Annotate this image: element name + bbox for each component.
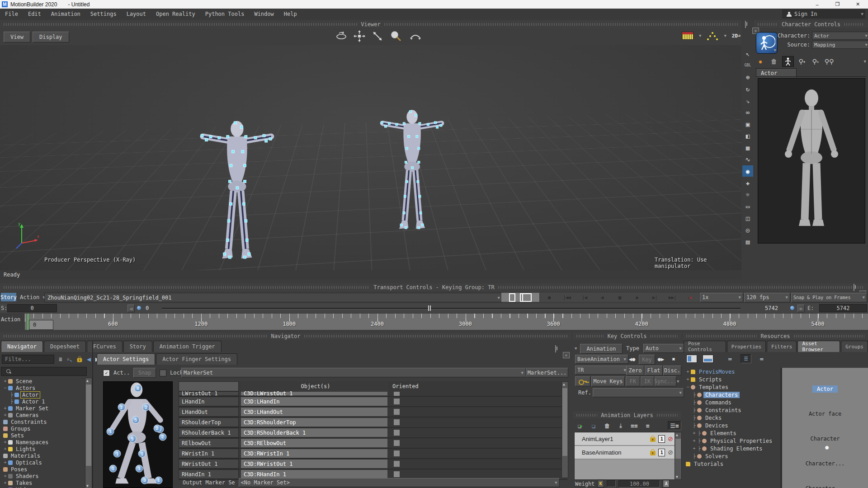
tree-item[interactable]: + Marker Set: [1, 405, 84, 412]
tree-item-label[interactable]: Poses: [9, 466, 28, 473]
pin-rotate-icon[interactable]: ⚲↻: [810, 56, 821, 66]
asset-tree-label[interactable]: Solvers: [703, 453, 730, 460]
markerset-row[interactable]: RShoulderBack 1 C3D:RShoulderBack 1: [179, 428, 567, 438]
tree-item-label[interactable]: Lights: [14, 446, 37, 452]
asset-tree-label[interactable]: Decks: [703, 415, 723, 421]
expand-toggle[interactable]: +: [692, 446, 697, 451]
name-column-header[interactable]: [179, 381, 239, 391]
asset-tree-item[interactable]: + ├ Shading Elements: [684, 445, 779, 452]
split-horizontal-icon[interactable]: [703, 355, 713, 363]
weight-key-button[interactable]: K: [597, 480, 604, 488]
asset-tree-item[interactable]: + ├ Elements: [684, 429, 779, 437]
step-forward-button[interactable]: ▶|: [646, 293, 664, 302]
marker-count-badge[interactable]: 2: [159, 433, 166, 441]
filter-input[interactable]: Filte...: [2, 355, 54, 364]
stack-layers-icon[interactable]: ≡≡: [629, 422, 639, 430]
animation-layer-row[interactable]: AnimLayer1 1 ⊘: [575, 432, 675, 446]
tree-item[interactable]: Poses: [1, 466, 84, 473]
markerset-row[interactable]: LHandIn C3D:LHandIn: [179, 397, 567, 407]
oriented-checkbox[interactable]: [393, 391, 400, 397]
resources-tab[interactable]: Properties: [727, 341, 766, 352]
expand-toggle[interactable]: +: [3, 406, 8, 411]
asset-tree-label[interactable]: Characters: [703, 392, 740, 398]
expand-toggle[interactable]: +: [3, 474, 8, 479]
detail-view-icon[interactable]: ≕: [757, 355, 767, 363]
settings-tab[interactable]: Actor Finger Settings: [156, 353, 237, 365]
asset-tree-item[interactable]: + PrevisMoves: [684, 368, 779, 375]
oriented-checkbox[interactable]: [393, 398, 400, 405]
menu-item[interactable]: Animation: [46, 11, 85, 17]
actor-characters[interactable]: [167, 99, 520, 270]
navigator-float-icon[interactable]: [555, 345, 556, 352]
nav-back-icon[interactable]: ◀: [87, 355, 91, 363]
pin-options-dropdown-icon[interactable]: ▼: [864, 59, 866, 64]
scene-tree-scrollbar[interactable]: ▲ ▼: [85, 378, 92, 488]
asset-tree-label[interactable]: Physical Properties: [708, 438, 774, 444]
marker-count-badge[interactable]: 1: [136, 465, 143, 472]
favorite-icon[interactable]: ☆↖: [66, 356, 72, 363]
marker-count-badge[interactable]: 1: [107, 427, 114, 435]
layers-scrollbar[interactable]: ▲ ▼: [675, 432, 682, 480]
marker-count-badge[interactable]: 2: [142, 404, 150, 411]
marker-object-cell[interactable]: C3D:RWristIn 1: [241, 449, 388, 458]
navigator-tab[interactable]: Story: [123, 341, 152, 352]
flatten-layers-icon[interactable]: ≡: [643, 422, 653, 430]
eye-tool-icon[interactable]: ◎: [742, 224, 753, 235]
transport-float-icon[interactable]: [854, 284, 854, 291]
marker-count-badge[interactable]: 2: [118, 404, 125, 411]
tree-item[interactable]: ├ Actor: [1, 391, 84, 398]
tree-item-label[interactable]: Namespaces: [14, 439, 50, 446]
end-frame-field[interactable]: 5742: [819, 304, 867, 312]
navigator-close-icon[interactable]: ✕: [563, 352, 570, 358]
asset-tree-item[interactable]: − Templates: [684, 383, 779, 391]
expand-toggle[interactable]: +: [692, 438, 697, 443]
grid-view-icon[interactable]: ⠿: [741, 354, 751, 363]
zoom-2d-tool-icon[interactable]: 2D⌕: [732, 33, 741, 39]
minimize-button[interactable]: –: [807, 0, 827, 9]
layer-mute-icon[interactable]: ⊘: [668, 436, 673, 442]
expand-toggle[interactable]: +: [3, 446, 8, 451]
menu-item[interactable]: Python Tools: [200, 11, 250, 17]
delete-key-button[interactable]: ✖: [669, 355, 679, 364]
asset-tree-label[interactable]: Constraints: [703, 407, 743, 413]
orbit-tool-icon[interactable]: [335, 30, 347, 42]
lock-icon[interactable]: [77, 358, 82, 362]
pin-translate-icon[interactable]: ⚲✚: [797, 56, 807, 66]
story-button[interactable]: Story: [1, 293, 16, 301]
tree-item[interactable]: + Shaders: [1, 473, 84, 479]
resources-tab[interactable]: Groups: [841, 341, 868, 352]
marker-object-cell[interactable]: C3D:RWristOut 1: [241, 459, 388, 469]
curve-tool-icon[interactable]: ∿: [742, 154, 753, 165]
merge-layer-icon[interactable]: ⤓: [616, 422, 626, 430]
markerset-row[interactable]: LWristOut 1 C3D:LWristOut 1: [179, 391, 567, 397]
asset-tree-item[interactable]: ├ Constraints: [684, 406, 779, 414]
tree-item-label[interactable]: Opticals: [14, 460, 43, 466]
pin-both-icon[interactable]: ⚲⚲: [824, 56, 835, 66]
actor-tab[interactable]: Actor: [756, 68, 797, 77]
marker-object-cell[interactable]: C3D:LWristOut 1: [241, 391, 388, 396]
tree-item-label[interactable]: Sets: [9, 432, 25, 439]
expand-toggle[interactable]: +: [3, 480, 8, 485]
marker-mannequin-panel[interactable]: 422511522111131: [103, 381, 173, 488]
scene-tree-scroll-thumb[interactable]: [86, 385, 91, 466]
objects-column-header[interactable]: Object(s): [241, 381, 388, 391]
grid-tool-icon[interactable]: ▦: [742, 142, 753, 153]
stop-button[interactable]: ■: [611, 293, 628, 302]
marker-name-cell[interactable]: LWristOut 1: [179, 391, 239, 396]
actor-preview[interactable]: [758, 78, 865, 244]
settings-tab[interactable]: Actor Settings: [97, 353, 155, 365]
asset-tree-item[interactable]: + ├ Physical Properties: [684, 437, 779, 445]
tree-item[interactable]: + Namespaces: [1, 439, 84, 446]
parent-tool-icon[interactable]: ▣: [742, 118, 753, 130]
expand-toggle[interactable]: +: [3, 460, 8, 465]
snap-mode-dropdown[interactable]: Snap & Play on Frames▼: [791, 293, 867, 302]
loop-end-button[interactable]: ▷: [797, 305, 805, 312]
weight-value[interactable]: 100.00: [618, 480, 660, 488]
tree-item-label[interactable]: Groups: [9, 426, 32, 432]
character-representation-icon[interactable]: ▼: [756, 32, 778, 54]
layer-mute-icon[interactable]: ⊘: [668, 449, 673, 455]
layer-solo-icon[interactable]: 1: [658, 449, 665, 456]
play-button[interactable]: ▶: [628, 293, 646, 302]
asset-tree-item[interactable]: + Scripts: [684, 375, 779, 383]
asset-tree-label[interactable]: Devices: [703, 422, 730, 429]
